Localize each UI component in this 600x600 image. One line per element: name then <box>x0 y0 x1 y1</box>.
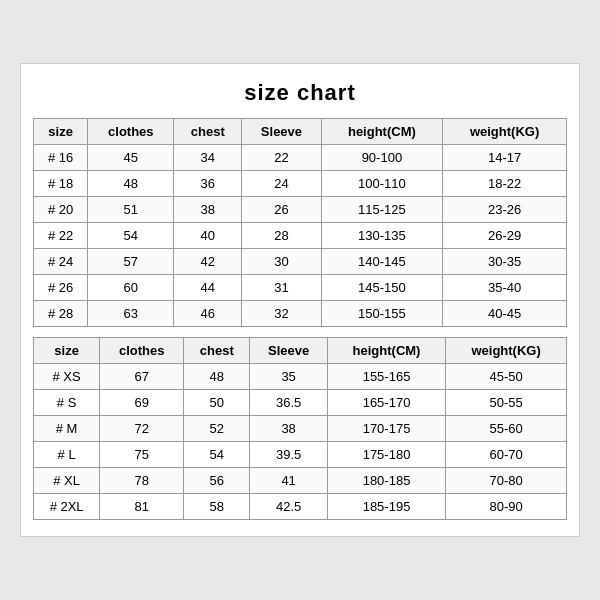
table1-header-cell-3: Sleeve <box>242 119 321 145</box>
table1-header: sizeclotheschestSleeveheight(CM)weight(K… <box>34 119 567 145</box>
table1-cell-3-4: 130-135 <box>321 223 443 249</box>
table2-cell-2-1: 72 <box>100 416 184 442</box>
table1-cell-0-2: 34 <box>174 145 242 171</box>
table1-cell-4-3: 30 <box>242 249 321 275</box>
table2-cell-3-4: 175-180 <box>327 442 445 468</box>
table1-cell-4-1: 57 <box>88 249 174 275</box>
table2-cell-5-4: 185-195 <box>327 494 445 520</box>
table1-cell-5-5: 35-40 <box>443 275 567 301</box>
table2-cell-0-0: # XS <box>34 364 100 390</box>
table1-header-cell-1: clothes <box>88 119 174 145</box>
table1-cell-1-4: 100-110 <box>321 171 443 197</box>
table1-cell-2-5: 23-26 <box>443 197 567 223</box>
table-row: # 26604431145-15035-40 <box>34 275 567 301</box>
table1-cell-0-4: 90-100 <box>321 145 443 171</box>
table1-cell-2-0: # 20 <box>34 197 88 223</box>
table-row: # 22544028130-13526-29 <box>34 223 567 249</box>
table2-cell-1-0: # S <box>34 390 100 416</box>
table2-header-cell-4: height(CM) <box>327 338 445 364</box>
table1-cell-0-5: 14-17 <box>443 145 567 171</box>
table-row: # 28634632150-15540-45 <box>34 301 567 327</box>
table2-cell-1-2: 50 <box>184 390 250 416</box>
table1-header-cell-2: chest <box>174 119 242 145</box>
table-row: # XL785641180-18570-80 <box>34 468 567 494</box>
table2-cell-3-3: 39.5 <box>250 442 327 468</box>
table2-cell-0-1: 67 <box>100 364 184 390</box>
table2-header-cell-3: Sleeve <box>250 338 327 364</box>
table1-cell-3-5: 26-29 <box>443 223 567 249</box>
table2-header-row: sizeclotheschestSleeveheight(CM)weight(K… <box>34 338 567 364</box>
table2-cell-4-2: 56 <box>184 468 250 494</box>
table1-cell-5-3: 31 <box>242 275 321 301</box>
table2-cell-1-5: 50-55 <box>446 390 567 416</box>
table-row: # 1645342290-10014-17 <box>34 145 567 171</box>
table2-cell-2-2: 52 <box>184 416 250 442</box>
table1-cell-4-0: # 24 <box>34 249 88 275</box>
table1-cell-3-0: # 22 <box>34 223 88 249</box>
table1-cell-1-5: 18-22 <box>443 171 567 197</box>
table1-cell-6-2: 46 <box>174 301 242 327</box>
section-gap <box>33 327 567 337</box>
table1-body: # 1645342290-10014-17# 18483624100-11018… <box>34 145 567 327</box>
table2-cell-3-0: # L <box>34 442 100 468</box>
table1-cell-0-1: 45 <box>88 145 174 171</box>
table2-cell-4-4: 180-185 <box>327 468 445 494</box>
table1-header-row: sizeclotheschestSleeveheight(CM)weight(K… <box>34 119 567 145</box>
table2-body: # XS674835155-16545-50# S695036.5165-170… <box>34 364 567 520</box>
table-row: # XS674835155-16545-50 <box>34 364 567 390</box>
table2-cell-0-5: 45-50 <box>446 364 567 390</box>
table2-header-cell-0: size <box>34 338 100 364</box>
table2-cell-2-3: 38 <box>250 416 327 442</box>
table-row: # 18483624100-11018-22 <box>34 171 567 197</box>
table1-cell-4-2: 42 <box>174 249 242 275</box>
table2-cell-3-5: 60-70 <box>446 442 567 468</box>
table2-cell-0-3: 35 <box>250 364 327 390</box>
table2-cell-0-4: 155-165 <box>327 364 445 390</box>
table2-cell-5-0: # 2XL <box>34 494 100 520</box>
table2-cell-1-3: 36.5 <box>250 390 327 416</box>
table1-cell-3-1: 54 <box>88 223 174 249</box>
table1-cell-6-3: 32 <box>242 301 321 327</box>
table2-cell-1-1: 69 <box>100 390 184 416</box>
size-table-1: sizeclotheschestSleeveheight(CM)weight(K… <box>33 118 567 327</box>
table2-header-cell-2: chest <box>184 338 250 364</box>
table1-cell-1-0: # 18 <box>34 171 88 197</box>
table2-header: sizeclotheschestSleeveheight(CM)weight(K… <box>34 338 567 364</box>
table1-cell-1-1: 48 <box>88 171 174 197</box>
table2-header-cell-5: weight(KG) <box>446 338 567 364</box>
table2-cell-4-5: 70-80 <box>446 468 567 494</box>
table1-cell-5-2: 44 <box>174 275 242 301</box>
table2-cell-5-2: 58 <box>184 494 250 520</box>
table2-cell-2-0: # M <box>34 416 100 442</box>
table2-cell-2-4: 170-175 <box>327 416 445 442</box>
table1-cell-1-3: 24 <box>242 171 321 197</box>
table1-cell-1-2: 36 <box>174 171 242 197</box>
table-row: # M725238170-17555-60 <box>34 416 567 442</box>
table2-cell-1-4: 165-170 <box>327 390 445 416</box>
table1-cell-0-3: 22 <box>242 145 321 171</box>
table1-cell-6-5: 40-45 <box>443 301 567 327</box>
table2-cell-4-1: 78 <box>100 468 184 494</box>
table2-cell-3-1: 75 <box>100 442 184 468</box>
size-table-2: sizeclotheschestSleeveheight(CM)weight(K… <box>33 337 567 520</box>
table2-cell-5-3: 42.5 <box>250 494 327 520</box>
chart-title: size chart <box>33 80 567 106</box>
table1-header-cell-5: weight(KG) <box>443 119 567 145</box>
table1-cell-2-1: 51 <box>88 197 174 223</box>
table2-cell-2-5: 55-60 <box>446 416 567 442</box>
table1-cell-2-4: 115-125 <box>321 197 443 223</box>
table2-cell-4-0: # XL <box>34 468 100 494</box>
table1-header-cell-4: height(CM) <box>321 119 443 145</box>
table2-cell-3-2: 54 <box>184 442 250 468</box>
size-chart-card: size chart sizeclotheschestSleeveheight(… <box>20 63 580 537</box>
table1-cell-6-0: # 28 <box>34 301 88 327</box>
table1-cell-4-4: 140-145 <box>321 249 443 275</box>
table1-cell-6-4: 150-155 <box>321 301 443 327</box>
table-row: # 2XL815842.5185-19580-90 <box>34 494 567 520</box>
table-row: # 24574230140-14530-35 <box>34 249 567 275</box>
table1-cell-5-0: # 26 <box>34 275 88 301</box>
table1-cell-3-2: 40 <box>174 223 242 249</box>
table1-cell-2-3: 26 <box>242 197 321 223</box>
table1-header-cell-0: size <box>34 119 88 145</box>
table2-cell-5-1: 81 <box>100 494 184 520</box>
